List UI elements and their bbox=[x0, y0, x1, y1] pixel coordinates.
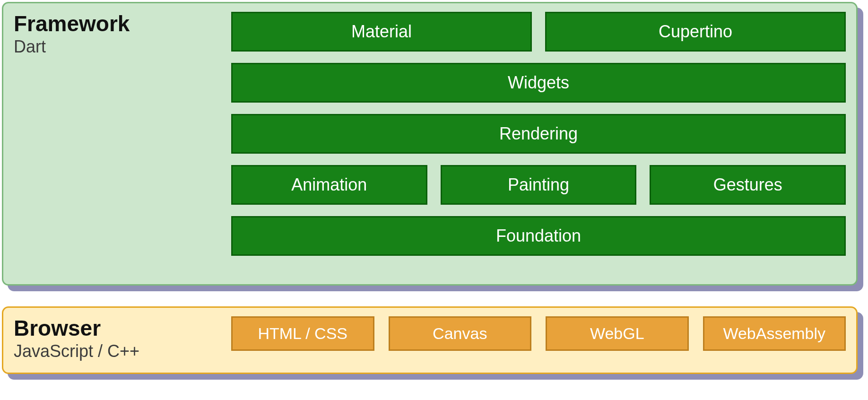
block-webassembly: WebAssembly bbox=[703, 316, 846, 351]
block-canvas: Canvas bbox=[389, 316, 532, 351]
framework-row-4: Foundation bbox=[231, 216, 846, 256]
browser-row-0: HTML / CSS Canvas WebGL WebAssembly bbox=[231, 316, 846, 351]
browser-label: Browser JavaScript / C++ bbox=[14, 316, 231, 361]
framework-row-0: Material Cupertino bbox=[231, 12, 846, 52]
block-gestures: Gestures bbox=[650, 165, 846, 205]
block-webgl: WebGL bbox=[546, 316, 689, 351]
browser-subtitle: JavaScript / C++ bbox=[14, 341, 139, 361]
block-painting: Painting bbox=[441, 165, 637, 205]
framework-content: Material Cupertino Widgets Rendering Ani… bbox=[231, 12, 846, 270]
browser-content: HTML / CSS Canvas WebGL WebAssembly bbox=[231, 316, 846, 361]
block-cupertino: Cupertino bbox=[545, 12, 846, 52]
framework-section: Framework Dart Material Cupertino Widget… bbox=[2, 2, 858, 286]
framework-label: Framework Dart bbox=[14, 12, 231, 270]
block-html-css: HTML / CSS bbox=[231, 316, 374, 351]
block-foundation: Foundation bbox=[231, 216, 846, 256]
block-animation: Animation bbox=[231, 165, 427, 205]
browser-title: Browser bbox=[14, 316, 101, 340]
framework-title: Framework bbox=[14, 12, 130, 36]
block-material: Material bbox=[231, 12, 532, 52]
framework-subtitle: Dart bbox=[14, 37, 46, 57]
architecture-diagram: Framework Dart Material Cupertino Widget… bbox=[2, 2, 858, 374]
block-rendering: Rendering bbox=[231, 114, 846, 154]
browser-section: Browser JavaScript / C++ HTML / CSS Canv… bbox=[2, 306, 858, 374]
framework-row-2: Rendering bbox=[231, 114, 846, 154]
framework-row-1: Widgets bbox=[231, 63, 846, 103]
block-widgets: Widgets bbox=[231, 63, 846, 103]
framework-row-3: Animation Painting Gestures bbox=[231, 165, 846, 205]
